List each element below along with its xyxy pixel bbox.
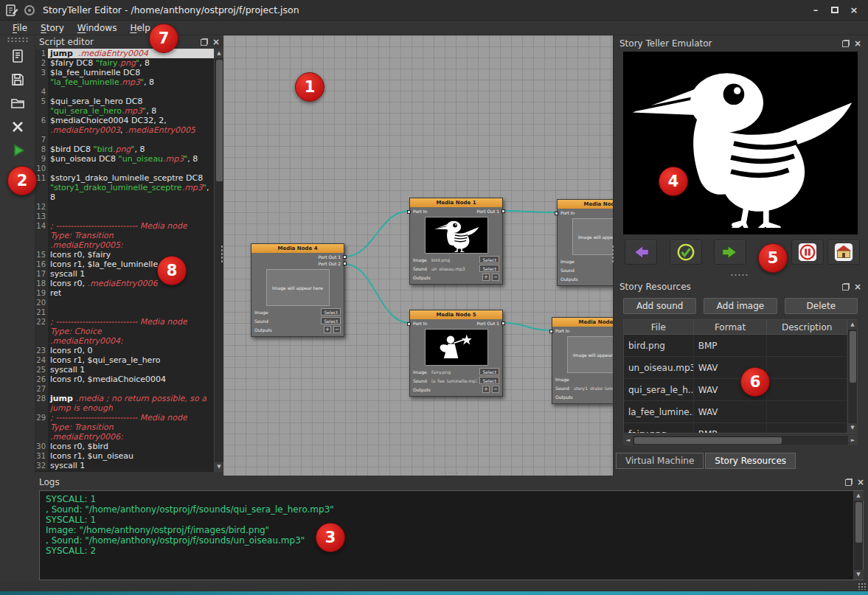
close-icon[interactable]: × <box>854 40 861 47</box>
output-mini-button[interactable]: + <box>482 274 490 281</box>
open-button[interactable] <box>5 92 30 114</box>
port-in-dot[interactable] <box>555 212 558 215</box>
port-out-dot[interactable] <box>501 209 505 213</box>
menu-item-file[interactable]: File <box>6 22 34 34</box>
scroll-left-icon[interactable]: ◄ <box>623 436 633 445</box>
splitter-handle[interactable] <box>730 274 749 276</box>
logs-scrollbar[interactable]: ▲ ▼ <box>853 491 863 580</box>
tab-virtual-machine[interactable]: Virtual Machine <box>616 453 704 469</box>
media-node[interactable]: Media Node 3Port InPort Out 1Image will … <box>552 317 614 404</box>
output-mini-button[interactable]: − <box>492 274 499 281</box>
port-out-dot[interactable] <box>501 321 505 325</box>
pause-button[interactable] <box>791 240 824 265</box>
resources-v-scrollbar[interactable]: ▲ ▼ <box>847 320 857 433</box>
script-line: 3$la_fee_luminelle DC8 <box>35 68 214 77</box>
script-editor-content[interactable]: 1jump .mediaEntry00042$fairy DC8 "fairy.… <box>35 49 214 472</box>
delete-button[interactable]: Delete <box>785 298 858 314</box>
scrollbar-thumb[interactable] <box>850 331 856 383</box>
column-header[interactable]: Description <box>767 320 847 334</box>
table-row[interactable]: un_oiseau.mp3WAV <box>624 357 847 379</box>
output-mini-button[interactable]: − <box>333 326 341 333</box>
select-button[interactable]: Select <box>479 377 499 384</box>
next-button[interactable] <box>714 240 746 265</box>
port-in-dot[interactable] <box>407 322 411 326</box>
resize-grip[interactable] <box>858 582 867 590</box>
port-out-dot[interactable] <box>343 262 347 265</box>
output-mini-button[interactable]: + <box>482 386 490 393</box>
table-cell: BMP <box>694 335 768 356</box>
table-row[interactable]: la_fee_lumine...WAV <box>624 401 847 423</box>
run-button[interactable] <box>5 139 30 161</box>
previous-button[interactable] <box>625 240 657 265</box>
media-node[interactable]: Media Node 5Port InPort Out 1Imagefairy.… <box>409 310 503 397</box>
column-header[interactable]: Format <box>694 320 768 334</box>
resources-h-scrollbar[interactable]: ◄ ► <box>623 435 858 445</box>
validate-button[interactable] <box>670 240 702 265</box>
port-out-dot[interactable] <box>343 255 347 259</box>
splitter-handle[interactable] <box>440 471 459 474</box>
toolbar-grip[interactable] <box>7 37 29 42</box>
output-mini-button[interactable]: + <box>324 326 331 333</box>
undock-icon[interactable] <box>842 40 850 47</box>
tab-story-resources[interactable]: Story Resources <box>705 453 796 469</box>
script-line: .mediaEntry0005: <box>35 240 214 250</box>
close-icon[interactable]: × <box>857 479 864 486</box>
port-in-label: Port In <box>413 209 427 214</box>
pause-icon <box>798 243 817 262</box>
table-row[interactable]: bird.pngBMP <box>624 335 847 357</box>
add-sound-button[interactable]: Add sound <box>623 298 696 314</box>
logs-content[interactable]: SYSCALL: 1, Sound: "/home/anthony/ostpro… <box>39 490 864 580</box>
close-icon[interactable]: × <box>212 38 220 46</box>
port-in-dot[interactable] <box>407 210 411 214</box>
script-line: 11$story1_drako_luminelle_sceptre DC8 <box>35 173 214 183</box>
table-cell: la_fee_lumine... <box>624 401 694 422</box>
close-button[interactable]: × <box>844 2 864 18</box>
scrollbar-thumb[interactable] <box>634 437 782 444</box>
minimize-button[interactable]: – <box>806 2 825 18</box>
script-line: "story1_drako_luminelle_sceptre.mp3", <box>35 183 214 192</box>
media-node[interactable]: Media Node 2Port InPort Out 1Image will … <box>557 199 614 286</box>
table-cell: un_oiseau.mp3 <box>624 357 694 378</box>
table-row[interactable]: fairy.pngBMP <box>624 423 847 433</box>
media-node[interactable]: Media Node 4Port Out 1Port Out 2Image wi… <box>251 243 344 337</box>
scroll-up-icon[interactable]: ▲ <box>215 49 224 58</box>
scroll-down-icon[interactable]: ▼ <box>215 462 224 472</box>
build-button[interactable] <box>5 116 30 138</box>
splitter-handle[interactable] <box>611 245 614 264</box>
scroll-right-icon[interactable]: ► <box>848 436 858 445</box>
maximize-button[interactable] <box>825 2 844 18</box>
undock-icon[interactable] <box>845 479 853 486</box>
home-button[interactable] <box>827 240 860 265</box>
table-cell: bird.png <box>624 335 694 356</box>
node-image-placeholder: Image will appear here <box>567 336 614 373</box>
new-script-button[interactable] <box>5 45 30 67</box>
undock-icon[interactable] <box>842 283 850 290</box>
scrollbar-thumb[interactable] <box>855 502 862 543</box>
select-button[interactable]: Select <box>479 368 499 375</box>
select-button[interactable]: Select <box>479 265 499 272</box>
node-graph-canvas[interactable]: Media Node 4Port Out 1Port Out 2Image wi… <box>223 35 614 476</box>
table-row[interactable]: qui_sera_le_h...WAV <box>624 379 847 401</box>
scroll-down-icon[interactable]: ▼ <box>854 570 864 580</box>
save-button[interactable] <box>5 69 30 91</box>
undock-icon[interactable] <box>201 38 208 46</box>
close-icon[interactable]: × <box>854 283 861 290</box>
scrollbar-thumb[interactable] <box>216 60 223 181</box>
menu-item-windows[interactable]: Windows <box>71 22 124 34</box>
add-image-button[interactable]: Add image <box>704 298 777 314</box>
media-node[interactable]: Media Node 1Port InPort Out 1Imagebird.p… <box>409 198 503 285</box>
menu-item-story[interactable]: Story <box>34 22 71 34</box>
port-in-dot[interactable] <box>549 330 553 333</box>
output-mini-button[interactable]: − <box>492 386 499 393</box>
select-button[interactable]: Select <box>321 308 341 316</box>
column-header[interactable]: File <box>624 320 694 334</box>
scroll-up-icon[interactable]: ▲ <box>854 491 864 501</box>
scroll-up-icon[interactable]: ▲ <box>848 320 858 330</box>
script-line: 6$mediaChoice0004 DC32, 2, <box>35 116 214 125</box>
splitter-handle[interactable] <box>221 245 223 264</box>
select-button[interactable]: Select <box>321 317 341 324</box>
scroll-down-icon[interactable]: ▼ <box>848 423 858 433</box>
select-button[interactable]: Select <box>479 256 499 263</box>
status-bar <box>0 582 868 591</box>
annotation-badge: 1 <box>295 72 324 102</box>
